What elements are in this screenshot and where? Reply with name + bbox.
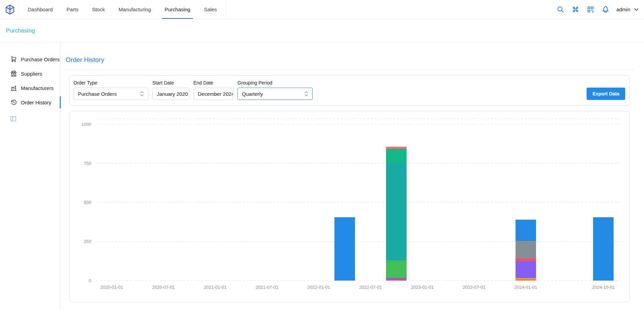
selector-chevrons-icon: [140, 91, 144, 97]
end-date-label: End Date: [193, 80, 233, 86]
purchasing-sidebar: Purchase Orders Suppliers Manufacturers: [0, 42, 60, 310]
order-history-chart-panel: 025050075010002020-01-012020-07-012021-0…: [69, 111, 630, 302]
grouping-period-label: Grouping Period: [237, 80, 313, 86]
x-tick-label: 2021-07-01: [256, 285, 278, 290]
search-icon[interactable]: [556, 5, 564, 14]
grouping-period-value: Quarterly: [242, 91, 263, 97]
sidebar-item-label: Suppliers: [21, 71, 42, 77]
bar-segment-2024-01-01[interactable]: [516, 258, 536, 261]
x-tick-label: 2024-10-01: [592, 285, 615, 290]
bar-segment-2022-10-01[interactable]: [386, 163, 407, 260]
y-tick-label: 500: [84, 200, 91, 205]
bar-segment-2024-01-01[interactable]: [516, 279, 536, 281]
tab-purchasing[interactable]: Purchasing: [158, 0, 197, 19]
filter-panel: Order Type Purchase Orders Start Date Ja…: [69, 75, 630, 106]
inventree-logo-icon: [4, 4, 16, 15]
title-divider: [64, 69, 634, 70]
bar-segment-2022-04-01[interactable]: [334, 217, 355, 281]
sidebar-item-manufacturers[interactable]: Manufacturers: [0, 81, 60, 95]
x-tick-label: 2023-01-01: [411, 285, 434, 290]
sidebar-item-label: Purchase Orders: [21, 56, 59, 62]
factory-icon: [10, 85, 17, 91]
tab-manufacturing[interactable]: Manufacturing: [112, 0, 158, 19]
bar-segment-2022-10-01[interactable]: [386, 147, 407, 149]
start-date-label: Start Date: [152, 80, 189, 86]
chevron-down-icon: [633, 7, 639, 12]
qr-code-icon[interactable]: [586, 5, 594, 14]
main-nav-tabs: Dashboard Parts Stock Manufacturing Purc…: [18, 0, 226, 19]
start-date-filter: Start Date January 2020: [152, 80, 189, 100]
order-type-label: Order Type: [73, 80, 148, 86]
grouping-period-filter: Grouping Period Quarterly: [237, 80, 313, 100]
order-type-value: Purchase Orders: [78, 91, 117, 97]
end-date-input[interactable]: December 2024: [193, 88, 233, 100]
username: admin: [616, 7, 630, 12]
bar-segment-2024-01-01[interactable]: [516, 220, 536, 241]
command-icon[interactable]: [571, 5, 579, 14]
shopping-cart-icon: [10, 56, 17, 63]
user-menu[interactable]: admin: [616, 7, 639, 12]
start-date-input[interactable]: January 2020: [152, 88, 189, 100]
order-type-select[interactable]: Purchase Orders: [73, 88, 148, 100]
app-logo[interactable]: [4, 0, 16, 19]
x-tick-label: 2021-01-01: [204, 285, 227, 290]
bar-segment-2024-01-01[interactable]: [516, 278, 536, 280]
sidebar-item-order-history[interactable]: Order History: [0, 95, 60, 109]
bar-segment-2022-10-01[interactable]: [386, 260, 407, 278]
export-data-button[interactable]: Export Data: [587, 88, 625, 100]
end-date-value: December 2024: [198, 91, 233, 97]
x-tick-label: 2023-07-01: [463, 285, 485, 290]
bell-icon[interactable]: [601, 5, 609, 14]
selector-chevrons-icon: [304, 91, 308, 97]
tab-sales[interactable]: Sales: [197, 0, 224, 19]
y-tick-label: 750: [84, 161, 91, 166]
x-tick-label: 2024-01-01: [515, 285, 537, 290]
y-tick-label: 0: [89, 278, 91, 283]
bar-segment-2022-10-01[interactable]: [386, 278, 407, 279]
order-history-page: Order History Order Type Purchase Orders…: [60, 42, 644, 310]
sidebar-item-label: Order History: [21, 100, 51, 105]
breadcrumb-bar: Purchasing: [0, 19, 644, 42]
history-clock-icon: [10, 99, 17, 106]
y-tick-label: 1000: [81, 122, 91, 127]
bar-segment-2024-01-01[interactable]: [516, 261, 536, 278]
top-navbar: Dashboard Parts Stock Manufacturing Purc…: [0, 0, 644, 19]
end-date-filter: End Date December 2024: [193, 80, 233, 100]
order-type-filter: Order Type Purchase Orders: [73, 80, 148, 100]
storefront-icon: [10, 70, 17, 77]
content-area: Purchase Orders Suppliers Manufacturers: [0, 42, 644, 310]
order-history-chart-svg: 025050075010002020-01-012020-07-012021-0…: [69, 112, 629, 302]
navbar-actions: admin: [556, 0, 639, 19]
bar-segment-2024-01-01[interactable]: [516, 241, 536, 258]
sidebar-item-suppliers[interactable]: Suppliers: [0, 66, 60, 81]
bar-segment-2024-10-01[interactable]: [593, 217, 614, 281]
sidebar-item-label: Manufacturers: [21, 85, 54, 91]
x-tick-label: 2020-07-01: [152, 285, 175, 290]
tab-parts[interactable]: Parts: [59, 0, 85, 19]
page-title: Order History: [66, 56, 634, 64]
tab-dashboard[interactable]: Dashboard: [21, 0, 59, 19]
tab-stock[interactable]: Stock: [85, 0, 112, 19]
y-tick-label: 250: [84, 239, 91, 244]
grouping-period-select[interactable]: Quarterly: [237, 88, 313, 100]
x-tick-label: 2022-01-01: [307, 285, 330, 290]
breadcrumb[interactable]: Purchasing: [6, 27, 35, 34]
x-tick-label: 2020-01-01: [100, 285, 123, 290]
bar-segment-2022-10-01[interactable]: [386, 149, 407, 163]
layout-sidebar-icon[interactable]: [10, 115, 17, 122]
start-date-value: January 2020: [157, 91, 188, 97]
x-tick-label: 2022-07-01: [359, 285, 382, 290]
bar-segment-2022-10-01[interactable]: [386, 279, 407, 281]
sidebar-item-purchase-orders[interactable]: Purchase Orders: [0, 52, 60, 66]
